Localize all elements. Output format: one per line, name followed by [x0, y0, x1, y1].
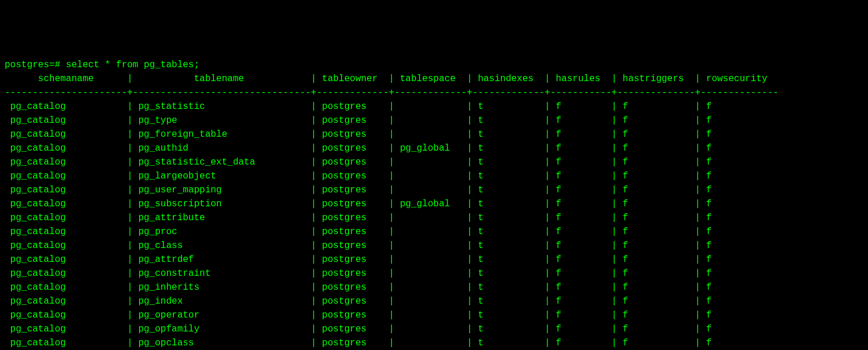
sql-prompt-line: postgres=# select * from pg_tables; — [5, 58, 863, 72]
table-row: pg_catalog | pg_constraint | postgres | … — [5, 267, 863, 280]
table-separator: ----------------------+-----------------… — [5, 86, 863, 100]
table-row: pg_catalog | pg_opfamily | postgres | | … — [5, 322, 863, 336]
table-header: schemaname | tablename | tableowner | ta… — [5, 72, 863, 86]
table-row: pg_catalog | pg_proc | postgres | | t | … — [5, 225, 863, 239]
table-row: pg_catalog | pg_statistic | postgres | |… — [5, 100, 863, 114]
table-row: pg_catalog | pg_attribute | postgres | |… — [5, 211, 863, 225]
table-row: pg_catalog | pg_index | postgres | | t |… — [5, 294, 863, 308]
table-row: pg_catalog | pg_foreign_table | postgres… — [5, 127, 863, 141]
table-row: pg_catalog | pg_type | postgres | | t | … — [5, 114, 863, 127]
table-row: pg_catalog | pg_authid | postgres | pg_g… — [5, 141, 863, 155]
table-row: pg_catalog | pg_inherits | postgres | | … — [5, 280, 863, 294]
table-row: pg_catalog | pg_subscription | postgres … — [5, 197, 863, 211]
table-row: pg_catalog | pg_user_mapping | postgres … — [5, 183, 863, 197]
table-row: pg_catalog | pg_largeobject | postgres |… — [5, 169, 863, 183]
terminal-output[interactable]: postgres=# select * from pg_tables; sche… — [5, 58, 863, 350]
table-row: pg_catalog | pg_statistic_ext_data | pos… — [5, 155, 863, 169]
table-row: pg_catalog | pg_operator | postgres | | … — [5, 308, 863, 322]
table-row: pg_catalog | pg_opclass | postgres | | t… — [5, 336, 863, 350]
table-row: pg_catalog | pg_class | postgres | | t |… — [5, 239, 863, 253]
table-row: pg_catalog | pg_attrdef | postgres | | t… — [5, 253, 863, 267]
